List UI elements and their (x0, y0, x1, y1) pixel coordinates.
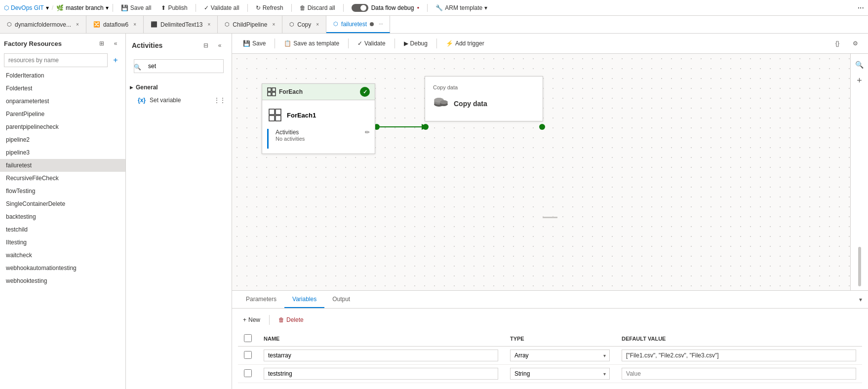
canvas-validate-btn[interactable]: ✓ Validate (353, 38, 390, 49)
sidebar-item-recursivefilecheck[interactable]: RecursiveFileCheck (0, 172, 125, 185)
save-all-btn[interactable]: 💾 Save all (117, 0, 156, 15)
validate-all-btn[interactable]: ✓ Validate all (200, 0, 243, 15)
activities-search-input[interactable] (134, 59, 224, 73)
tab-dataflow6[interactable]: 🔀 dataflow6 × (86, 16, 144, 33)
tab-close-copy[interactable]: × (316, 22, 319, 27)
data-flow-debug-label: Data flow debug (371, 4, 414, 11)
bottom-expand-btn[interactable]: ▾ (859, 296, 862, 303)
arm-template-btn[interactable]: 🔧 ARM template ▾ (432, 0, 491, 15)
canvas-add-btn[interactable]: + (853, 74, 867, 87)
tab-failuretest[interactable]: ⬡ failuretest ··· (326, 16, 390, 33)
foreach-inner: Activities No activities ✏ (267, 129, 370, 149)
foreach-node[interactable]: ForEach ✓ ForE (262, 83, 375, 154)
sidebar-item-testchild[interactable]: testchild (0, 223, 125, 236)
row1-name-input[interactable] (264, 350, 498, 361)
bottom-tabs: Parameters Variables Output ▾ (232, 291, 868, 309)
foreach-check-circle: ✓ (360, 87, 370, 97)
bottom-tab-variables[interactable]: Variables (284, 291, 324, 308)
tab-delimitedtext13[interactable]: ⬛ DelimitedText13 × (144, 16, 218, 33)
row2-name-input[interactable] (264, 368, 498, 380)
canvas-collapse-handle[interactable] (543, 217, 557, 218)
tab-close-delimitedtext13[interactable]: × (207, 22, 210, 27)
row1-default-input[interactable] (622, 350, 856, 361)
toggle-switch[interactable] (352, 4, 368, 12)
sidebar-add-btn[interactable]: + (110, 54, 121, 66)
row1-type-cell: Array String Boolean Integer ▾ (504, 347, 616, 365)
canvas-scrollbar[interactable] (858, 247, 861, 286)
sidebar-item-backtesting[interactable]: backtesting (0, 210, 125, 223)
sidebar-collapse-btn[interactable]: « (110, 38, 121, 49)
col-name: NAME (258, 331, 504, 347)
discard-all-btn[interactable]: 🗑 Discard all (296, 0, 339, 15)
more-icon[interactable]: ··· (858, 3, 864, 12)
tab-childpipeline[interactable]: ⬡ ChildPipeline × (218, 16, 282, 33)
row1-type-select-wrap: Array String Boolean Integer ▾ (510, 350, 610, 361)
sidebar-item-onparametertest[interactable]: onparametertest (0, 95, 125, 108)
refresh-btn[interactable]: ↻ Refresh (252, 0, 287, 15)
sidebar-item-pipeline2[interactable]: pipeline2 (0, 133, 125, 146)
copy-data-node[interactable]: Copy data Copy data (425, 76, 543, 121)
tab-unsaved-dot (370, 22, 374, 26)
activities-general-header[interactable]: ▸ General (126, 81, 232, 94)
variable-row-teststring: Array String Boolean Integer ▾ (238, 365, 862, 383)
data-flow-debug-toggle[interactable]: Data flow debug ● (348, 4, 424, 12)
tab-close-childpipeline[interactable]: × (272, 22, 275, 27)
sidebar-item-parentpipelinecheck[interactable]: parentpipelinecheck (0, 120, 125, 133)
canvas-search-btn[interactable]: 🔍 (853, 58, 867, 72)
sidebar-item-iitesting[interactable]: IItesting (0, 236, 125, 249)
row1-checkbox[interactable] (244, 351, 252, 359)
row2-type-select[interactable]: Array String Boolean Integer (510, 368, 610, 380)
tab-more-failuretest[interactable]: ··· (379, 21, 383, 27)
canvas-code-btn[interactable]: {} (830, 37, 844, 50)
branch-chevron[interactable]: ▾ (106, 4, 109, 11)
row2-default-input[interactable] (622, 368, 856, 380)
sidebar-item-waitcheck[interactable]: waitcheck (0, 249, 125, 262)
tab-label-childpipeline: ChildPipeline (233, 21, 267, 28)
tab-close-dynamicfoldermove[interactable]: × (76, 22, 79, 27)
canvas-save-btn[interactable]: 💾 Save (238, 38, 271, 49)
canvas-save-as-template-btn[interactable]: 📋 Save as template (279, 38, 344, 49)
foreach-title: ForEach (267, 87, 303, 96)
sidebar-item-parentpipeline[interactable]: ParentPipeline (0, 108, 125, 120)
tab-dynamicfoldermove[interactable]: ⬡ dynamicfoldermove... × (0, 16, 86, 33)
sidebar: Factory Resources ⊞ « + FolderIteration … (0, 34, 126, 389)
foreach-title-text: ForEach (279, 88, 303, 95)
activities-panel: Activities ⊟ « 🔍 ▸ General {x} Set varia… (126, 34, 232, 389)
sidebar-item-webhookautomationtesting[interactable]: webhookautomationtesting (0, 262, 125, 274)
sidebar-item-folderiteration[interactable]: FolderIteration (0, 69, 125, 82)
tab-copy[interactable]: ⬡ Copy × (282, 16, 326, 33)
sidebar-item-failuretest[interactable]: failuretest (0, 159, 125, 172)
canvas-debug-label: Debug (410, 40, 428, 47)
select-all-checkbox[interactable] (244, 334, 252, 342)
foreach-edit-icon[interactable]: ✏ (365, 129, 370, 149)
activities-collapse-btn2[interactable]: « (214, 39, 226, 51)
set-variable-more[interactable]: ⋮⋮ (214, 97, 226, 104)
sidebar-search-input[interactable] (4, 53, 108, 67)
sidebar-item-flowtesting[interactable]: flowTesting (0, 185, 125, 197)
canvas-add-trigger-btn[interactable]: ⚡ Add trigger (441, 38, 489, 49)
sidebar-item-singlecontainerdelete[interactable]: SingleContainerDelete (0, 197, 125, 210)
new-variable-btn[interactable]: + New (238, 314, 265, 325)
bottom-tab-output[interactable]: Output (324, 291, 358, 308)
row1-type-select[interactable]: Array String Boolean Integer (510, 350, 610, 361)
tab-icon-delimitedtext13: ⬛ (151, 21, 158, 28)
canvas-add-trigger-label: Add trigger (455, 40, 484, 47)
sidebar-title-text: Factory Resources (4, 40, 62, 47)
tab-close-dataflow6[interactable]: × (133, 22, 136, 27)
canvas[interactable]: ForEach ✓ ForE (232, 54, 868, 290)
foreach-activity-icon (267, 107, 283, 123)
row2-checkbox[interactable] (244, 369, 252, 377)
sidebar-item-foldertest[interactable]: Foldertest (0, 82, 125, 95)
canvas-debug-btn[interactable]: ▶ Debug (399, 38, 433, 49)
sidebar-filter-btn[interactable]: ⊞ (96, 38, 108, 49)
sidebar-item-webhooktesting[interactable]: webhooktesting (0, 274, 125, 287)
separator-1: / (52, 4, 53, 11)
delete-variable-btn[interactable]: 🗑 Delete (274, 314, 309, 325)
git-chevron[interactable]: ▾ (46, 4, 49, 11)
bottom-tab-parameters[interactable]: Parameters (238, 291, 284, 308)
activity-set-variable[interactable]: {x} Set variable ⋮⋮ (126, 94, 232, 107)
publish-btn[interactable]: ⬆ Publish (157, 0, 191, 15)
sidebar-item-pipeline3[interactable]: pipeline3 (0, 146, 125, 159)
activities-collapse-btn1[interactable]: ⊟ (200, 39, 212, 51)
canvas-settings-btn[interactable]: ⚙ (848, 37, 862, 50)
